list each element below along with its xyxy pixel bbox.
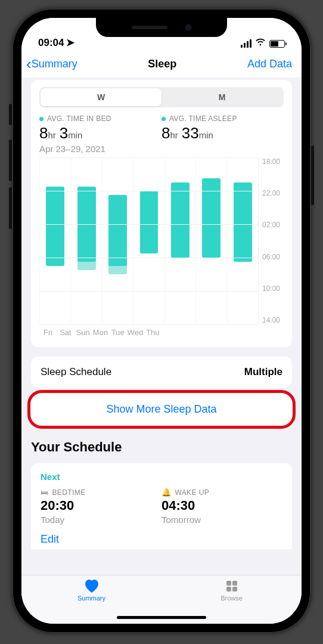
svg-rect-2: [226, 587, 231, 592]
svg-rect-1: [232, 581, 237, 586]
stat-time-asleep: AVG. TIME ASLEEP 8hr33min: [162, 114, 284, 143]
chevron-left-icon: ‹: [26, 56, 32, 72]
stat-time-in-bed: AVG. TIME IN BED 8hr3min: [39, 114, 162, 143]
sleep-summary-card: W M AVG. TIME IN BED 8hr3min AVG. TIME A…: [31, 80, 292, 347]
page-title: Sleep: [148, 58, 176, 70]
sleep-schedule-row[interactable]: Sleep Schedule Multiple: [31, 357, 292, 388]
bedtime: 🛏BEDTIME 20:30 Today: [41, 488, 162, 525]
bed-icon: 🛏: [41, 488, 48, 497]
back-button[interactable]: ‹ Summary: [26, 56, 77, 72]
heart-icon: [83, 579, 100, 593]
back-label: Summary: [32, 58, 77, 70]
clock: 09:04: [38, 37, 64, 49]
bell-icon: 🔔: [162, 488, 171, 497]
battery-icon: [269, 40, 285, 48]
segment-month[interactable]: M: [162, 88, 282, 106]
location-icon: ➤: [66, 36, 74, 49]
dot-icon: [39, 117, 44, 121]
show-more-sleep-data-button[interactable]: Show More Sleep Data: [31, 394, 292, 425]
next-schedule-card[interactable]: Next 🛏BEDTIME 20:30 Today 🔔WAKE UP 04:30…: [31, 463, 292, 549]
dot-icon: [162, 117, 166, 121]
edit-schedule-button[interactable]: Edit: [41, 533, 282, 546]
your-schedule-heading: Your Schedule: [31, 439, 292, 455]
annotation-highlight: Show More Sleep Data: [31, 394, 292, 425]
next-label: Next: [41, 472, 282, 482]
svg-rect-0: [226, 581, 231, 586]
home-indicator[interactable]: [117, 616, 206, 619]
date-range: Apr 23–29, 2021: [39, 144, 284, 154]
period-segmented[interactable]: W M: [39, 87, 284, 107]
nav-bar: ‹ Summary Sleep Add Data: [21, 51, 302, 78]
svg-rect-3: [232, 587, 237, 592]
sleep-chart[interactable]: 18:0022:0002:0006:0010:0014:00: [39, 157, 284, 324]
grid-icon: [223, 579, 240, 593]
x-axis: FriSatSunMonTueWedThu: [39, 324, 284, 340]
wake-up: 🔔WAKE UP 04:30 Tomorrow: [162, 488, 282, 525]
wifi-icon: [255, 38, 266, 49]
cell-signal-icon: [241, 39, 251, 48]
add-data-button[interactable]: Add Data: [247, 58, 292, 70]
segment-week[interactable]: W: [41, 88, 162, 106]
